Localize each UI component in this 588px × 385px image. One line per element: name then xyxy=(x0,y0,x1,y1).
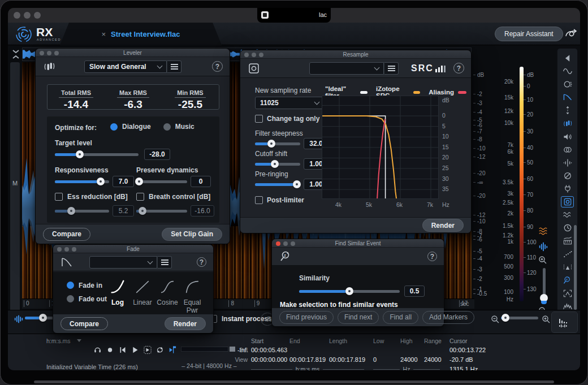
horizontal-zoom-slider[interactable] xyxy=(501,314,538,322)
target-level-slider[interactable] xyxy=(55,150,139,158)
fade-option-fade-out[interactable]: Fade out xyxy=(67,295,107,303)
target-level-value[interactable]: -28.0 xyxy=(144,149,170,160)
zoom-in-horizontal-icon[interactable] xyxy=(542,315,551,324)
change-tag-checkbox[interactable] xyxy=(255,115,263,123)
go-to-start-button[interactable] xyxy=(118,345,128,355)
center-extract-icon[interactable] xyxy=(561,157,574,168)
dialog-minimize-icon[interactable] xyxy=(47,51,51,55)
find-similar-titlebar[interactable]: Find Similar Event xyxy=(272,239,444,248)
resample-icon[interactable] xyxy=(561,196,574,207)
optimize-option-music[interactable]: Music xyxy=(163,123,194,131)
waveform-view-icon[interactable] xyxy=(537,241,550,252)
dialog-close-icon[interactable] xyxy=(276,241,280,246)
play-marker-button[interactable] xyxy=(167,345,178,355)
similarity-slider[interactable] xyxy=(299,287,400,295)
leveler-help-button[interactable]: ? xyxy=(212,61,223,72)
radio-icon[interactable] xyxy=(67,295,74,302)
dialog-minimize-icon[interactable] xyxy=(64,247,69,252)
tab-close-icon[interactable]: × xyxy=(102,30,106,38)
add-markers-button[interactable]: Add Markers xyxy=(422,311,474,324)
window-minimize-icon[interactable] xyxy=(24,12,31,19)
optimize-option-dialogue[interactable]: Dialogue xyxy=(110,123,151,131)
zoom-out-horizontal-icon[interactable] xyxy=(491,315,500,324)
file-tab[interactable]: × Street Interview.flac xyxy=(60,23,222,45)
spectrum-stats-icon[interactable] xyxy=(557,317,570,329)
fade-titlebar[interactable]: Fade xyxy=(53,245,213,253)
fade-curve-linear[interactable]: Linear xyxy=(130,279,155,306)
find-similar-help-button[interactable]: ? xyxy=(427,252,437,261)
radio-icon[interactable] xyxy=(110,123,118,131)
dialog-close-icon[interactable] xyxy=(57,247,62,252)
variable-time-icon[interactable] xyxy=(561,209,574,220)
markers-icon[interactable] xyxy=(561,262,574,273)
resample-preset-menu-button[interactable] xyxy=(384,62,399,75)
resample-help-button[interactable]: ? xyxy=(453,63,464,73)
fade-render-button[interactable]: Render xyxy=(165,317,206,330)
breath-control-checkbox[interactable] xyxy=(136,193,144,201)
denoise-icon[interactable] xyxy=(561,79,574,90)
dialog-close-icon[interactable] xyxy=(40,51,44,55)
fade-curve-cosine[interactable]: Cosine xyxy=(155,279,180,306)
dialog-minimize-icon[interactable] xyxy=(283,241,288,246)
find-all-button[interactable]: Find all xyxy=(383,311,418,324)
time-format-selector[interactable]: h:m:s.ms xyxy=(46,338,71,344)
ess-reduction-slider[interactable] xyxy=(55,207,109,215)
repair-assistant-button[interactable]: Repair Assistant xyxy=(495,27,563,41)
fade-curve-equal-pwr[interactable]: Equal Pwr xyxy=(180,279,205,314)
dialog-minimize-icon[interactable] xyxy=(252,53,256,57)
steepness-slider[interactable] xyxy=(255,140,300,148)
window-zoom-icon[interactable] xyxy=(34,12,41,19)
leveler-preset-dropdown[interactable]: Slow and General xyxy=(84,60,167,73)
find-similar-icon[interactable]: zz xyxy=(561,275,574,286)
fade-compare-button[interactable]: Compare xyxy=(60,317,108,330)
leveler-preset-menu-button[interactable] xyxy=(167,60,181,73)
ess-reduction-checkbox[interactable] xyxy=(55,193,63,201)
fade-curve-log[interactable]: Log xyxy=(105,279,130,306)
play-selection-button[interactable] xyxy=(142,345,153,355)
channel-gutter[interactable] xyxy=(10,62,20,315)
toolbar-scrollbar[interactable] xyxy=(574,225,577,310)
find-next-button[interactable]: Find next xyxy=(338,311,379,324)
radio-icon[interactable] xyxy=(163,123,171,131)
leveler-icon[interactable] xyxy=(561,118,574,129)
dialog-close-icon[interactable] xyxy=(244,53,249,57)
back-icon[interactable] xyxy=(561,53,574,64)
monitor-icon[interactable] xyxy=(93,345,103,355)
dialog-zoom-icon[interactable] xyxy=(72,247,76,252)
resample-preset-dropdown[interactable] xyxy=(309,62,384,75)
dialog-zoom-icon[interactable] xyxy=(259,53,263,57)
dialog-zoom-icon[interactable] xyxy=(54,51,59,55)
phase-icon[interactable] xyxy=(561,144,574,155)
zoom-in-vertical-icon[interactable] xyxy=(538,256,547,265)
leveler-titlebar[interactable]: Leveler xyxy=(36,49,230,57)
post-limiter-checkbox[interactable] xyxy=(255,196,263,204)
leveler-compare-button[interactable]: Compare xyxy=(43,228,90,241)
fade-icon[interactable] xyxy=(561,92,574,103)
set-clip-gain-button[interactable]: Set Clip Gain xyxy=(162,228,222,241)
preserve-dynamics-value[interactable]: 0 xyxy=(191,176,211,187)
new-rate-select[interactable]: 11025 xyxy=(255,97,324,109)
find-previous-button[interactable]: Find previous xyxy=(279,311,334,324)
window-close-icon[interactable] xyxy=(14,12,20,19)
responsiveness-value[interactable]: 7.0 xyxy=(113,176,134,187)
fade-preset-dropdown[interactable] xyxy=(89,256,157,269)
cutoff-slider[interactable] xyxy=(255,160,300,168)
ess-reduction-value[interactable]: 5.2 xyxy=(113,205,134,217)
responsiveness-slider[interactable] xyxy=(55,178,109,185)
resample-titlebar[interactable]: Resample xyxy=(240,50,471,59)
spectrogram-view-icon[interactable] xyxy=(537,225,550,236)
plugin-icon[interactable] xyxy=(561,183,574,194)
resample-render-button[interactable]: Render xyxy=(422,219,464,232)
variable-pitch-icon[interactable] xyxy=(561,222,574,233)
vertical-zoom-slider[interactable] xyxy=(540,268,548,304)
breath-control-value[interactable]: -16.0 xyxy=(191,205,214,217)
time-format-chevron-icon[interactable] xyxy=(77,339,81,342)
loop-button[interactable] xyxy=(155,345,165,355)
collapse-chevrons-icon[interactable] xyxy=(11,49,20,60)
selection-icon[interactable] xyxy=(561,288,574,299)
volume-icon[interactable] xyxy=(12,313,25,325)
similarity-value[interactable]: 0.5 xyxy=(404,285,425,297)
fade-option-fade-in[interactable]: Fade in xyxy=(67,282,102,289)
spectrogram-color-scale[interactable] xyxy=(520,67,524,301)
signal-wave-icon[interactable] xyxy=(561,66,574,77)
